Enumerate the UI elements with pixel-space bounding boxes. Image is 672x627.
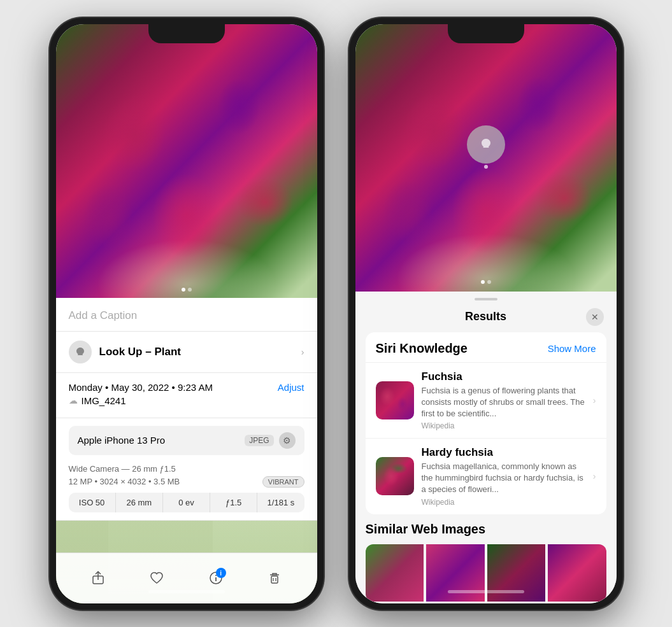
- knowledge-item-fuchsia[interactable]: Fuchsia Fuchsia is a genus of flowering …: [366, 362, 606, 439]
- phone1-content: Add a Caption Look Up – Plant ›: [56, 24, 317, 603]
- notch-2: [448, 24, 524, 43]
- results-title: Results: [386, 310, 586, 323]
- caption-placeholder[interactable]: Add a Caption: [69, 309, 138, 321]
- home-indicator-1: [148, 590, 225, 593]
- dot2-2: [487, 280, 491, 284]
- share-button[interactable]: [84, 564, 112, 592]
- photo-dots-2: [481, 280, 491, 284]
- svg-rect-4: [271, 576, 278, 583]
- hardy-desc: Fuchsia magellanica, commonly known as t…: [422, 461, 585, 496]
- hardy-thumbnail: [376, 457, 414, 495]
- device-badges: JPEG ⚙: [245, 432, 295, 449]
- phone-1-screen: Add a Caption Look Up – Plant ›: [56, 24, 317, 603]
- knowledge-item-hardy[interactable]: Hardy fuchsia Fuchsia magellanica, commo…: [366, 438, 606, 514]
- camera-info: Wide Camera — 26 mm ƒ1.5: [69, 464, 176, 474]
- results-header: Results ✕: [355, 300, 617, 332]
- dot-1: [182, 288, 185, 292]
- fuchsia-name: Fuchsia: [422, 370, 585, 383]
- camera-line1: Wide Camera — 26 mm ƒ1.5: [69, 464, 304, 474]
- exif-row: ISO 50 26 mm 0 ev ƒ1.5 1/181 s: [69, 493, 304, 512]
- camera-specs: 12 MP • 3024 × 4032 • 3.5 MB: [69, 477, 180, 486]
- trash-button[interactable]: [261, 564, 289, 592]
- phone-2: Results ✕ Siri Knowledge Show More: [349, 18, 623, 610]
- results-sheet: Results ✕ Siri Knowledge Show More: [355, 292, 617, 603]
- lookup-bold: Look Up –: [99, 346, 152, 358]
- phone-2-screen: Results ✕ Siri Knowledge Show More: [355, 24, 617, 603]
- phone2-content: Results ✕ Siri Knowledge Show More: [355, 24, 617, 603]
- metadata-section: Monday • May 30, 2022 • 9:23 AM Adjust ☁…: [56, 373, 317, 418]
- results-scroll[interactable]: Siri Knowledge Show More Fuchsia Fuchsia…: [355, 332, 617, 603]
- settings-icon[interactable]: ⚙: [279, 432, 296, 449]
- similar-image-1[interactable]: [366, 544, 424, 602]
- filename: IMG_4241: [82, 395, 126, 406]
- device-name: Apple iPhone 13 Pro: [78, 435, 166, 446]
- caption-area[interactable]: Add a Caption: [56, 298, 317, 332]
- lookup-normal: Plant: [154, 346, 181, 358]
- lookup-icon: [69, 341, 92, 363]
- similar-image-4[interactable]: [548, 544, 606, 602]
- flower-photo-2[interactable]: [355, 24, 617, 292]
- notch-1: [148, 24, 225, 43]
- device-row: Apple iPhone 13 Pro JPEG ⚙: [69, 426, 304, 455]
- exif-focal: 26 mm: [116, 493, 163, 512]
- visual-lookup-badge[interactable]: [467, 125, 505, 164]
- dot-2: [188, 288, 192, 292]
- show-more-button[interactable]: Show More: [548, 343, 596, 354]
- similar-title: Similar Web Images: [366, 522, 606, 537]
- date-row: Monday • May 30, 2022 • 9:23 AM Adjust: [69, 382, 304, 393]
- visual-lookup-dot: [484, 165, 488, 169]
- toolbar: i: [56, 553, 317, 603]
- camera-line2: 12 MP • 3024 × 4032 • 3.5 MB VIBRANT: [69, 476, 304, 488]
- lookup-row[interactable]: Look Up – Plant ›: [56, 332, 317, 373]
- filename-row: ☁ IMG_4241: [69, 395, 304, 406]
- dot2-1: [481, 280, 485, 284]
- info-badge: i: [216, 568, 226, 578]
- exif-ev: 0 ev: [163, 493, 210, 512]
- close-button[interactable]: ✕: [586, 308, 604, 326]
- lookup-chevron: ›: [301, 347, 304, 357]
- heart-button[interactable]: [143, 564, 171, 592]
- cloud-icon: ☁: [69, 395, 78, 405]
- siri-knowledge-section: Siri Knowledge Show More Fuchsia Fuchsia…: [366, 332, 606, 514]
- fuchsia-chevron: ›: [593, 395, 596, 405]
- info-button[interactable]: i: [202, 564, 230, 592]
- camera-details: Wide Camera — 26 mm ƒ1.5 12 MP • 3024 × …: [69, 460, 304, 493]
- fuchsia-thumbnail: [376, 381, 414, 419]
- lookup-label: Look Up – Plant: [99, 346, 181, 358]
- fuchsia-info: Fuchsia Fuchsia is a genus of flowering …: [422, 370, 585, 431]
- vibrant-badge: VIBRANT: [262, 476, 304, 488]
- phone-1: Add a Caption Look Up – Plant ›: [50, 18, 324, 610]
- photo-dots: [182, 288, 192, 292]
- hardy-chevron: ›: [593, 471, 596, 481]
- exif-iso: ISO 50: [69, 493, 116, 512]
- hardy-info: Hardy fuchsia Fuchsia magellanica, commo…: [422, 446, 585, 507]
- hardy-name: Hardy fuchsia: [422, 446, 585, 459]
- home-indicator-2: [448, 590, 524, 593]
- format-badge: JPEG: [245, 435, 273, 446]
- device-section: Apple iPhone 13 Pro JPEG ⚙ Wide Camera —…: [56, 418, 317, 521]
- siri-knowledge-title: Siri Knowledge: [376, 341, 468, 356]
- exif-shutter: 1/181 s: [257, 493, 304, 512]
- photo-date: Monday • May 30, 2022 • 9:23 AM: [69, 382, 213, 393]
- filename-text: ☁ IMG_4241: [69, 395, 126, 406]
- exif-aperture: ƒ1.5: [210, 493, 257, 512]
- siri-knowledge-header: Siri Knowledge Show More: [366, 332, 606, 362]
- fuchsia-source: Wikipedia: [422, 421, 585, 430]
- hardy-source: Wikipedia: [422, 498, 585, 507]
- flower-photo-1[interactable]: [56, 24, 317, 298]
- fuchsia-desc: Fuchsia is a genus of flowering plants t…: [422, 385, 585, 420]
- adjust-button[interactable]: Adjust: [278, 382, 304, 393]
